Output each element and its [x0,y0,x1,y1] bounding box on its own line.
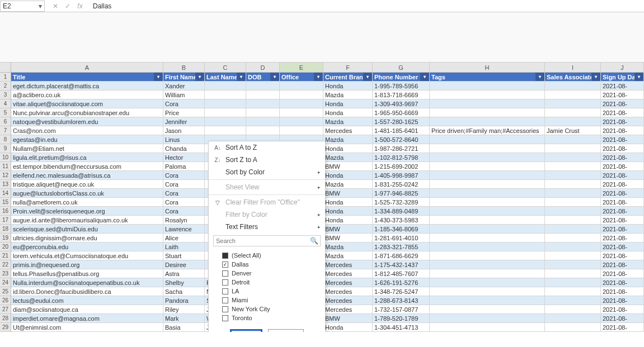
filter-dropdown-icon[interactable]: ▾ [634,73,643,82]
cell[interactable]: 1-557-280-1625 [373,117,430,126]
row-header[interactable]: 4 [0,99,11,108]
cell[interactable]: Honda [323,323,373,332]
cell[interactable] [545,180,601,189]
cell[interactable] [430,234,545,243]
row-header[interactable]: 17 [0,216,11,225]
cell[interactable] [545,296,601,305]
cell[interactable]: BMW [323,234,373,243]
cell[interactable]: Xander [163,82,205,91]
cell[interactable] [545,153,601,162]
row-header[interactable]: 19 [0,234,11,243]
filter-item--select-all-[interactable]: (Select All) [215,251,318,260]
cell[interactable] [430,287,545,296]
cell[interactable] [430,278,545,287]
cell[interactable]: tristique.aliquet@neque.co.uk [11,180,163,189]
cell[interactable] [545,162,601,171]
cell[interactable]: 2021-08- [601,91,644,99]
cell[interactable]: ultricies.dignissim@ornare.edu [11,234,163,243]
column-header-H[interactable]: H [430,63,545,72]
column-header-J[interactable]: J [601,63,644,72]
cell[interactable] [545,108,601,117]
cell[interactable]: Honda [323,82,373,91]
cell[interactable] [430,198,545,207]
cell[interactable]: BMW [323,162,373,171]
cell[interactable]: Mazda [323,117,373,126]
cell[interactable]: 2021-08- [601,99,644,108]
column-header-E[interactable]: E [280,63,323,72]
filter-item-dallas[interactable]: Dallas [215,260,318,269]
filter-item-denver[interactable]: Denver [215,269,318,278]
cell[interactable]: 2021-08- [601,82,644,91]
cell[interactable]: Hector [163,153,205,162]
filter-dropdown-icon[interactable]: ▾ [237,73,246,82]
row-header[interactable]: 12 [0,171,11,180]
row-header[interactable]: 2 [0,82,11,91]
cell[interactable]: Mercedes [323,269,373,278]
cell[interactable]: ligula.elit.pretium@risus.ca [11,153,163,162]
filter-dropdown-icon[interactable]: ▾ [363,73,372,82]
cell[interactable]: 2021-08- [601,296,644,305]
cell[interactable]: 2021-08- [601,135,644,144]
cell[interactable]: Price [163,108,205,117]
cell[interactable] [545,216,601,225]
row-header[interactable]: 26 [0,296,11,305]
cell[interactable] [545,99,601,108]
cell[interactable] [205,99,246,108]
column-header-D[interactable]: D [246,63,280,72]
filter-dropdown-icon[interactable]: ▾ [314,73,323,82]
cell[interactable]: Nulla.interdum@sociisnatoquepenatibus.co… [11,278,163,287]
cell[interactable]: Mercedes [323,287,373,296]
cell[interactable]: 2021-08- [601,278,644,287]
formula-bar-value[interactable]: Dallas [88,1,644,11]
cell[interactable] [430,216,545,225]
cell[interactable] [430,243,545,251]
row-header[interactable]: 14 [0,189,11,198]
cell[interactable]: Mercedes [323,296,373,305]
cell[interactable]: Honda [323,108,373,117]
cell[interactable] [205,117,246,126]
cell[interactable] [430,323,545,332]
cell[interactable]: 2021-08- [601,287,644,296]
row-header[interactable]: 27 [0,305,11,314]
cell[interactable]: Astra [163,269,205,278]
cell[interactable]: 2021-08- [601,144,644,153]
cell[interactable]: augue.id.ante@liberomaurisaliquam.co.uk [11,216,163,225]
cell[interactable]: Nullam@Etiam.net [11,144,163,153]
cell[interactable] [430,314,545,323]
cell[interactable]: 2021-08- [601,171,644,180]
filter-item-la[interactable]: LA [215,287,318,296]
cell[interactable]: 1-175-432-1437 [373,260,430,269]
cell[interactable]: 1-185-346-8069 [373,225,430,234]
cell[interactable]: Jennifer [163,117,205,126]
cell[interactable]: 2021-08- [601,117,644,126]
cell[interactable] [545,260,601,269]
cell[interactable]: 1-789-520-1789 [373,314,430,323]
cell[interactable] [246,108,280,117]
cell[interactable] [545,117,601,126]
cell[interactable]: 1-304-451-4713 [373,323,430,332]
cell[interactable]: Mazda [323,91,373,99]
row-header[interactable]: 5 [0,108,11,117]
cell[interactable] [545,135,601,144]
cell[interactable]: 2021-08- [601,108,644,117]
cell[interactable]: Mercedes [323,126,373,135]
cell[interactable]: Alice [163,234,205,243]
cell[interactable] [430,99,545,108]
sort-z-to-a[interactable]: Z↓ Sort Z to A [209,154,325,166]
filter-dropdown-icon[interactable]: ▾ [195,73,204,82]
cell[interactable]: primis.in@nequesed.org [11,260,163,269]
cell[interactable]: BMW [323,314,373,323]
cell[interactable]: Rosalyn [163,216,205,225]
cell[interactable] [545,189,601,198]
cell[interactable]: a@aclibero.co.uk [11,91,163,99]
cell[interactable]: Cora [163,198,205,207]
cell[interactable]: 2021-08- [601,189,644,198]
filter-item-new-york-city[interactable]: New York City [215,305,318,313]
select-all-corner[interactable] [0,63,11,72]
cell[interactable] [430,153,545,162]
column-header-A[interactable]: A [11,63,163,72]
row-header[interactable]: 8 [0,135,11,144]
cell[interactable] [545,251,601,260]
cell[interactable]: natoque@vestibulumlorem.edu [11,117,163,126]
filter-dropdown-icon[interactable]: ▾ [535,73,544,82]
